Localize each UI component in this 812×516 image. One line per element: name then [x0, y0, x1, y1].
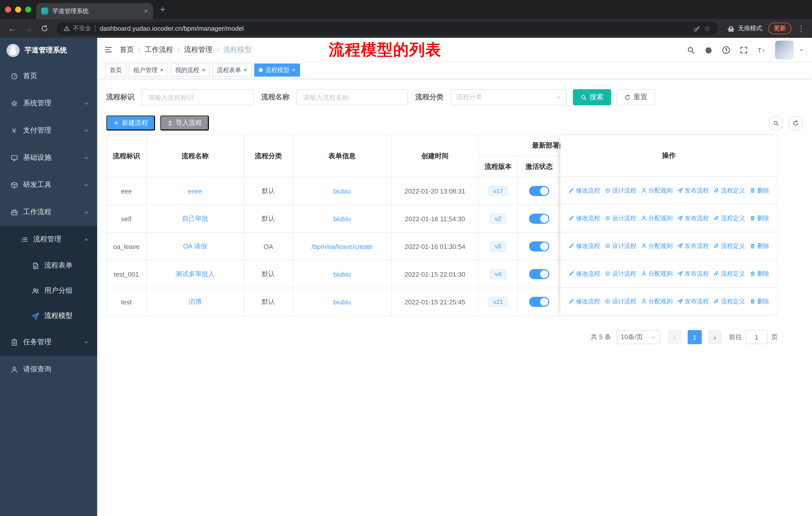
- help-icon[interactable]: [722, 45, 730, 54]
- active-toggle[interactable]: [529, 241, 549, 251]
- bookmark-star-icon[interactable]: ☆: [704, 25, 711, 32]
- search-icon[interactable]: [687, 45, 695, 54]
- form-info-link[interactable]: biubiu: [333, 215, 351, 222]
- form-info-link[interactable]: biubiu: [333, 298, 351, 306]
- delete-model-button[interactable]: 删除: [750, 214, 769, 222]
- model-key-input[interactable]: [141, 89, 254, 105]
- model-name-link[interactable]: 自己审批: [182, 214, 208, 223]
- edit-model-button[interactable]: 修改流程: [568, 242, 600, 250]
- window-minimize-button[interactable]: [15, 6, 21, 12]
- version-badge[interactable]: v2: [490, 214, 506, 224]
- page-number-1[interactable]: 1: [688, 330, 702, 344]
- process-definition-button[interactable]: 流程定义: [713, 297, 745, 306]
- reset-button[interactable]: 重置: [617, 89, 655, 105]
- version-badge[interactable]: v17: [488, 186, 508, 196]
- goto-page-input[interactable]: [746, 330, 768, 344]
- reload-button[interactable]: [37, 21, 51, 35]
- sidebar-item-user-group[interactable]: 用户分组: [0, 278, 97, 303]
- active-toggle[interactable]: [529, 297, 549, 307]
- design-model-button[interactable]: 设计流程: [605, 186, 636, 195]
- sidebar-item-process-form[interactable]: 流程表单: [0, 253, 97, 278]
- close-icon[interactable]: ×: [160, 67, 164, 73]
- process-definition-button[interactable]: 流程定义: [713, 186, 745, 195]
- sidebar-item-system[interactable]: 系统管理: [0, 90, 97, 117]
- edit-model-button[interactable]: 修改流程: [568, 297, 600, 306]
- close-icon[interactable]: ×: [244, 67, 247, 73]
- new-tab-button[interactable]: +: [160, 4, 165, 15]
- edit-model-button[interactable]: 修改流程: [568, 186, 600, 195]
- sidebar-item-payment[interactable]: ¥ 支付管理: [0, 117, 97, 144]
- tab-close-icon[interactable]: ×: [144, 7, 148, 15]
- tag-tenant[interactable]: 租户管理 ×: [129, 63, 168, 77]
- sidebar-item-process-management[interactable]: 流程管理: [0, 226, 97, 253]
- delete-model-button[interactable]: 删除: [750, 297, 769, 306]
- model-name-input[interactable]: [296, 89, 408, 105]
- breadcrumb-workflow[interactable]: 工作流程: [145, 45, 173, 54]
- fullscreen-icon[interactable]: [740, 45, 748, 54]
- delete-model-button[interactable]: 删除: [750, 269, 769, 278]
- sidebar-collapse-icon[interactable]: [104, 45, 113, 54]
- password-key-icon[interactable]: [693, 25, 700, 32]
- tag-home[interactable]: 首页: [105, 63, 126, 77]
- breadcrumb-home[interactable]: 首页: [120, 45, 134, 54]
- design-model-button[interactable]: 设计流程: [605, 242, 636, 250]
- github-icon[interactable]: [704, 45, 713, 54]
- prev-page-button[interactable]: ‹: [668, 330, 682, 344]
- process-definition-button[interactable]: 流程定义: [713, 269, 745, 278]
- process-definition-button[interactable]: 流程定义: [713, 242, 745, 250]
- tag-my-process[interactable]: 我的流程 ×: [171, 63, 210, 77]
- active-toggle[interactable]: [529, 269, 549, 279]
- model-name-link[interactable]: 滔博: [188, 297, 202, 306]
- assign-rule-button[interactable]: 分配规则: [641, 214, 672, 222]
- sidebar-item-infrastructure[interactable]: 基础设施: [0, 144, 97, 171]
- publish-model-button[interactable]: 发布流程: [677, 242, 709, 250]
- app-logo[interactable]: 芋道管理系统: [0, 38, 97, 62]
- address-bar[interactable]: 不安全 dashboard.yudao.iocoder.cn/bpm/manag…: [56, 22, 718, 35]
- sidebar-item-task-management[interactable]: 任务管理: [0, 329, 97, 356]
- form-info-link[interactable]: /bpm/oa/leave/create: [312, 243, 373, 250]
- breadcrumb-process-management[interactable]: 流程管理: [184, 45, 212, 54]
- search-button[interactable]: 搜索: [573, 89, 611, 105]
- create-model-button[interactable]: 新建流程: [106, 115, 155, 131]
- page-size-select[interactable]: 10条/页: [616, 330, 661, 344]
- version-badge[interactable]: v4: [490, 269, 506, 279]
- version-badge[interactable]: v21: [488, 297, 508, 307]
- tag-process-model[interactable]: 流程模型 ×: [254, 63, 300, 77]
- user-avatar[interactable]: [775, 40, 794, 59]
- refresh-table-button[interactable]: [788, 116, 803, 130]
- sidebar-item-home[interactable]: 首页: [0, 62, 97, 90]
- process-definition-button[interactable]: 流程定义: [713, 214, 745, 222]
- sidebar-item-devtools[interactable]: 研发工具: [0, 171, 97, 198]
- design-model-button[interactable]: 设计流程: [605, 297, 636, 306]
- window-close-button[interactable]: [5, 6, 11, 12]
- toggle-search-button[interactable]: [769, 116, 783, 130]
- form-info-link[interactable]: biubiu: [333, 270, 351, 278]
- delete-model-button[interactable]: 删除: [750, 186, 769, 195]
- model-name-link[interactable]: OA 请假: [183, 242, 207, 251]
- version-badge[interactable]: v5: [490, 241, 506, 251]
- close-icon[interactable]: ×: [202, 67, 205, 73]
- back-button[interactable]: ←: [5, 21, 19, 35]
- font-size-icon[interactable]: [757, 45, 766, 54]
- browser-update-button[interactable]: 更新: [768, 23, 791, 34]
- forward-button[interactable]: →: [21, 21, 35, 35]
- active-toggle[interactable]: [529, 214, 549, 224]
- category-select[interactable]: 流程分类: [451, 89, 567, 105]
- browser-menu-icon[interactable]: ⋮: [795, 24, 807, 33]
- window-zoom-button[interactable]: [25, 6, 31, 12]
- model-name-link[interactable]: 测试多审批人: [175, 270, 215, 279]
- sidebar-item-workflow[interactable]: 工作流程: [0, 198, 97, 226]
- design-model-button[interactable]: 设计流程: [605, 269, 636, 278]
- model-name-link[interactable]: eeee: [188, 187, 202, 195]
- assign-rule-button[interactable]: 分配规则: [641, 242, 672, 250]
- publish-model-button[interactable]: 发布流程: [677, 186, 709, 195]
- form-info-link[interactable]: biubiu: [333, 187, 351, 195]
- security-indicator[interactable]: 不安全: [63, 24, 91, 33]
- next-page-button[interactable]: ›: [708, 330, 722, 344]
- tag-process-form[interactable]: 流程表单 ×: [212, 63, 252, 77]
- assign-rule-button[interactable]: 分配规则: [641, 186, 672, 195]
- publish-model-button[interactable]: 发布流程: [677, 214, 709, 222]
- edit-model-button[interactable]: 修改流程: [568, 269, 600, 278]
- close-icon[interactable]: ×: [292, 67, 295, 73]
- browser-tab[interactable]: 芋道管理系统 ×: [36, 3, 153, 19]
